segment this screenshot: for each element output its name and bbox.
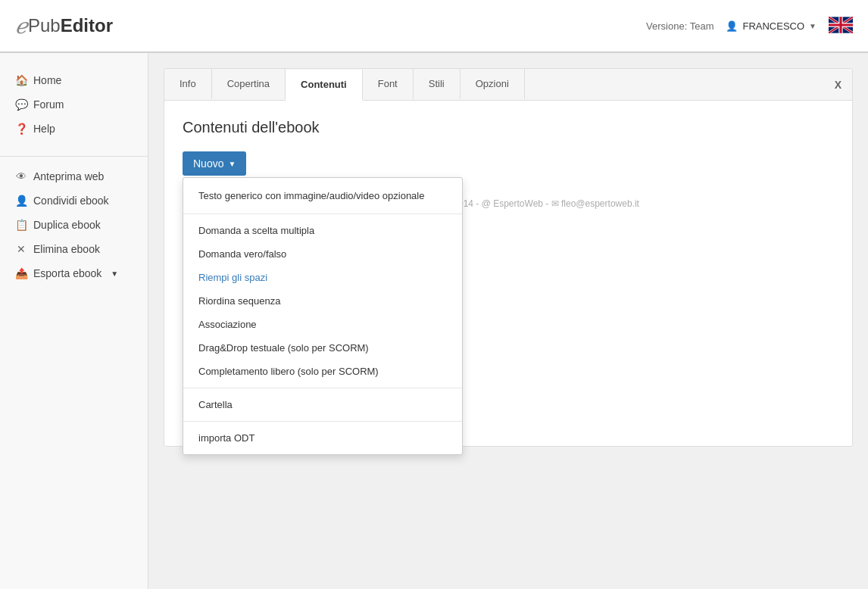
- tab-panel: Info Copertina Contenuti Font Stili Opzi…: [164, 68, 853, 447]
- logo[interactable]: ℯ Pub Editor: [15, 14, 113, 39]
- sidebar-label-home: Home: [33, 74, 61, 86]
- sidebar-item-forum[interactable]: 💬 Forum: [0, 92, 148, 117]
- delete-icon: ✕: [15, 243, 27, 255]
- nuovo-wrapper: Nuovo ▼ Testo generico con immagine/audi…: [183, 151, 246, 176]
- sidebar-label-help: Help: [33, 123, 55, 135]
- dropdown-item-domanda-verofalso[interactable]: Domanda vero/falso: [183, 242, 462, 266]
- nuovo-button[interactable]: Nuovo ▼: [183, 151, 246, 176]
- sidebar-item-duplica[interactable]: 📋 Duplica ebook: [0, 213, 148, 237]
- user-menu[interactable]: 👤 FRANCESCO ▼: [726, 20, 816, 32]
- dropdown-section-2: Domanda a scelta multipla Domanda vero/f…: [183, 214, 462, 388]
- sidebar-bottom-section: 👁 Anteprima web 👤 Condividi ebook 📋 Dupl…: [0, 164, 148, 285]
- tab-info[interactable]: Info: [164, 69, 212, 100]
- tab-contenuti-content: Contenuti dell'ebook Nuovo ▼ Testo gener…: [164, 101, 852, 242]
- dropdown-arrow-icon: ▼: [809, 22, 816, 30]
- sidebar: 🏠 Home 💬 Forum ❓ Help 👁 Anteprima web 👤 …: [0, 53, 148, 589]
- tab-bar: Info Copertina Contenuti Font Stili Opzi…: [164, 69, 852, 101]
- user-name: FRANCESCO: [742, 20, 804, 32]
- dropdown-section-3: Cartella: [183, 388, 462, 422]
- forum-icon: 💬: [15, 98, 27, 111]
- dropdown-item-completamento-libero[interactable]: Completamento libero (solo per SCORM): [183, 360, 462, 383]
- dropdown-item-domanda-multipla[interactable]: Domanda a scelta multipla: [183, 219, 462, 242]
- dropdown-item-cartella[interactable]: Cartella: [183, 393, 462, 416]
- sidebar-item-condividi[interactable]: 👤 Condividi ebook: [0, 189, 148, 213]
- sidebar-label-esporta: Esporta ebook: [33, 267, 101, 279]
- sidebar-label-elimina: Elimina ebook: [33, 243, 100, 255]
- tab-font[interactable]: Font: [363, 69, 414, 100]
- logo-pub: Pub: [28, 15, 61, 36]
- version-label: Versione: Team: [646, 20, 713, 32]
- header-right: Versione: Team 👤 FRANCESCO ▼: [646, 17, 853, 36]
- sidebar-item-anteprima[interactable]: 👁 Anteprima web: [0, 164, 148, 189]
- sidebar-item-esporta[interactable]: 📤 Esporta ebook ▼: [0, 261, 148, 285]
- dropdown-section-4: importa ODT: [183, 422, 462, 454]
- export-icon: 📤: [15, 267, 27, 279]
- main-content: Info Copertina Contenuti Font Stili Opzi…: [148, 53, 868, 589]
- nuovo-dropdown-menu: Testo generico con immagine/audio/video …: [183, 177, 463, 455]
- home-icon: 🏠: [15, 74, 27, 86]
- logo-italic: ℯ: [15, 14, 28, 39]
- eye-icon: 👁: [15, 170, 27, 182]
- esporta-caret-icon: ▼: [111, 270, 118, 278]
- sidebar-label-duplica: Duplica ebook: [33, 219, 101, 231]
- sidebar-top-section: 🏠 Home 💬 Forum ❓ Help: [0, 68, 148, 141]
- flag-uk[interactable]: [829, 17, 853, 36]
- contenuti-title: Contenuti dell'ebook: [183, 119, 834, 136]
- help-icon: ❓: [15, 123, 27, 135]
- dropdown-item-riempi-spazi[interactable]: Riempi gli spazi: [183, 266, 462, 289]
- sidebar-label-condividi: Condividi ebook: [33, 195, 109, 207]
- dropdown-item-associazione[interactable]: Associazione: [183, 313, 462, 336]
- tab-close-button[interactable]: X: [824, 73, 852, 97]
- sidebar-item-home[interactable]: 🏠 Home: [0, 68, 148, 92]
- dropdown-section-1: Testo generico con immagine/audio/video …: [183, 178, 462, 214]
- share-icon: 👤: [15, 195, 27, 207]
- sidebar-item-elimina[interactable]: ✕ Elimina ebook: [0, 237, 148, 261]
- sidebar-label-forum: Forum: [33, 98, 64, 111]
- tab-stili[interactable]: Stili: [414, 69, 461, 100]
- header: ℯ Pub Editor Versione: Team 👤 FRANCESCO …: [0, 0, 868, 53]
- tab-copertina[interactable]: Copertina: [212, 69, 286, 100]
- dropdown-item-riordina-sequenza[interactable]: Riordina sequenza: [183, 289, 462, 313]
- duplicate-icon: 📋: [15, 219, 27, 231]
- user-icon: 👤: [726, 20, 738, 32]
- layout: 🏠 Home 💬 Forum ❓ Help 👁 Anteprima web 👤 …: [0, 53, 868, 589]
- dropdown-item-testo-generico[interactable]: Testo generico con immagine/audio/video …: [183, 182, 462, 209]
- sidebar-label-anteprima: Anteprima web: [33, 170, 104, 182]
- sidebar-item-help[interactable]: ❓ Help: [0, 117, 148, 141]
- tab-opzioni[interactable]: Opzioni: [461, 69, 525, 100]
- logo-editor: Editor: [61, 15, 113, 36]
- nuovo-label: Nuovo: [193, 157, 223, 170]
- sidebar-divider: [0, 156, 148, 157]
- dropdown-item-importa-odt[interactable]: importa ODT: [183, 426, 462, 450]
- tab-contenuti[interactable]: Contenuti: [286, 70, 363, 101]
- dropdown-item-drag-drop[interactable]: Drag&Drop testuale (solo per SCORM): [183, 336, 462, 360]
- nuovo-caret-icon: ▼: [228, 160, 236, 168]
